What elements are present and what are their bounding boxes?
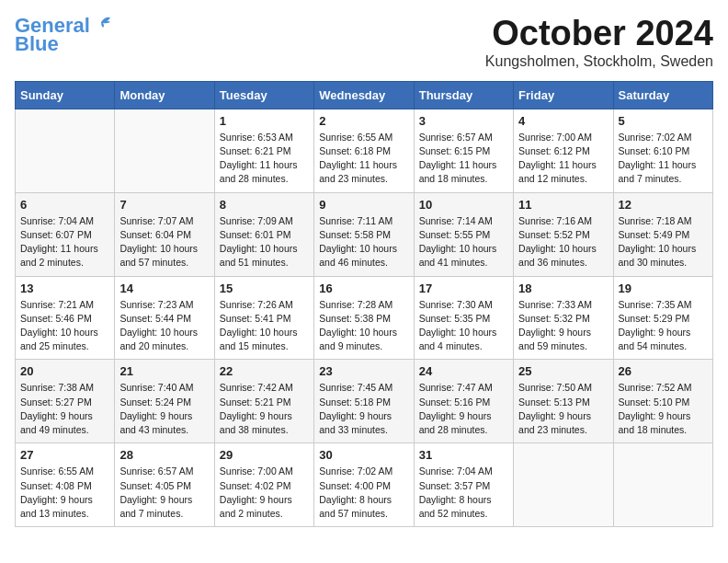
calendar-cell: 29Sunrise: 7:00 AM Sunset: 4:02 PM Dayli… xyxy=(214,443,313,527)
cell-info: Sunrise: 7:35 AM Sunset: 5:29 PM Dayligh… xyxy=(619,298,708,354)
cell-info: Sunrise: 7:23 AM Sunset: 5:44 PM Dayligh… xyxy=(119,298,209,354)
cell-info: Sunrise: 7:14 AM Sunset: 5:55 PM Dayligh… xyxy=(419,214,508,270)
location-subtitle: Kungsholmen, Stockholm, Sweden xyxy=(485,53,713,70)
week-row-3: 13Sunrise: 7:21 AM Sunset: 5:46 PM Dayli… xyxy=(16,276,713,360)
cell-day-number: 29 xyxy=(220,448,309,462)
week-row-1: 1Sunrise: 6:53 AM Sunset: 6:21 PM Daylig… xyxy=(16,109,713,192)
calendar-cell: 28Sunrise: 6:57 AM Sunset: 4:05 PM Dayli… xyxy=(115,443,214,527)
cell-info: Sunrise: 7:40 AM Sunset: 5:24 PM Dayligh… xyxy=(119,381,209,437)
cell-day-number: 26 xyxy=(619,364,708,378)
cell-info: Sunrise: 7:00 AM Sunset: 4:02 PM Dayligh… xyxy=(220,465,309,521)
cell-day-number: 30 xyxy=(319,448,408,462)
calendar-cell: 19Sunrise: 7:35 AM Sunset: 5:29 PM Dayli… xyxy=(613,276,712,360)
cell-info: Sunrise: 7:45 AM Sunset: 5:18 PM Dayligh… xyxy=(319,381,408,437)
calendar-cell: 16Sunrise: 7:28 AM Sunset: 5:38 PM Dayli… xyxy=(314,276,414,360)
calendar-cell: 2Sunrise: 6:55 AM Sunset: 6:18 PM Daylig… xyxy=(314,109,414,192)
logo-blue: Blue xyxy=(15,33,59,55)
cell-info: Sunrise: 7:26 AM Sunset: 5:41 PM Dayligh… xyxy=(220,298,309,354)
page-header: General Blue October 2024 Kungsholmen, S… xyxy=(15,15,713,70)
cell-info: Sunrise: 7:30 AM Sunset: 5:35 PM Dayligh… xyxy=(419,298,508,354)
title-block: October 2024 Kungsholmen, Stockholm, Swe… xyxy=(485,15,713,70)
cell-day-number: 6 xyxy=(20,198,109,212)
cell-info: Sunrise: 7:00 AM Sunset: 6:12 PM Dayligh… xyxy=(518,131,608,187)
calendar-cell xyxy=(16,109,115,192)
cell-info: Sunrise: 7:38 AM Sunset: 5:27 PM Dayligh… xyxy=(20,381,109,437)
calendar-cell: 27Sunrise: 6:55 AM Sunset: 4:08 PM Dayli… xyxy=(16,443,115,527)
cell-day-number: 31 xyxy=(419,448,508,462)
calendar-cell: 10Sunrise: 7:14 AM Sunset: 5:55 PM Dayli… xyxy=(414,192,513,276)
logo: General Blue xyxy=(15,15,112,55)
cell-day-number: 24 xyxy=(419,364,508,378)
cell-info: Sunrise: 6:55 AM Sunset: 4:08 PM Dayligh… xyxy=(20,465,109,521)
calendar-cell: 4Sunrise: 7:00 AM Sunset: 6:12 PM Daylig… xyxy=(514,109,613,192)
cell-info: Sunrise: 7:50 AM Sunset: 5:13 PM Dayligh… xyxy=(518,381,608,437)
day-header-sunday: Sunday xyxy=(16,81,115,109)
calendar-cell: 6Sunrise: 7:04 AM Sunset: 6:07 PM Daylig… xyxy=(16,192,115,276)
cell-day-number: 3 xyxy=(419,114,508,128)
cell-day-number: 13 xyxy=(20,282,109,295)
calendar-cell: 7Sunrise: 7:07 AM Sunset: 6:04 PM Daylig… xyxy=(115,192,214,276)
cell-info: Sunrise: 7:18 AM Sunset: 5:49 PM Dayligh… xyxy=(619,214,708,270)
cell-day-number: 9 xyxy=(319,198,408,212)
calendar-table: SundayMondayTuesdayWednesdayThursdayFrid… xyxy=(15,81,713,527)
cell-day-number: 17 xyxy=(419,282,508,295)
cell-day-number: 21 xyxy=(119,364,209,378)
cell-info: Sunrise: 7:16 AM Sunset: 5:52 PM Dayligh… xyxy=(518,214,608,270)
cell-info: Sunrise: 7:42 AM Sunset: 5:21 PM Dayligh… xyxy=(220,381,309,437)
calendar-cell: 18Sunrise: 7:33 AM Sunset: 5:32 PM Dayli… xyxy=(514,276,613,360)
cell-day-number: 1 xyxy=(220,114,309,128)
calendar-header-row: SundayMondayTuesdayWednesdayThursdayFrid… xyxy=(16,81,713,109)
cell-info: Sunrise: 6:55 AM Sunset: 6:18 PM Dayligh… xyxy=(319,131,408,187)
cell-info: Sunrise: 6:57 AM Sunset: 4:05 PM Dayligh… xyxy=(119,465,209,521)
cell-day-number: 11 xyxy=(518,198,608,212)
cell-info: Sunrise: 7:11 AM Sunset: 5:58 PM Dayligh… xyxy=(319,214,408,270)
cell-day-number: 15 xyxy=(220,282,309,295)
cell-day-number: 23 xyxy=(319,364,408,378)
week-row-5: 27Sunrise: 6:55 AM Sunset: 4:08 PM Dayli… xyxy=(16,443,713,527)
cell-day-number: 7 xyxy=(119,198,209,212)
calendar-cell: 26Sunrise: 7:52 AM Sunset: 5:10 PM Dayli… xyxy=(613,360,712,443)
cell-day-number: 16 xyxy=(319,282,408,295)
cell-day-number: 20 xyxy=(20,364,109,378)
day-header-friday: Friday xyxy=(514,81,613,109)
day-header-wednesday: Wednesday xyxy=(314,81,414,109)
calendar-cell: 23Sunrise: 7:45 AM Sunset: 5:18 PM Dayli… xyxy=(314,360,414,443)
calendar-cell xyxy=(514,443,613,527)
day-header-saturday: Saturday xyxy=(613,81,712,109)
calendar-cell: 24Sunrise: 7:47 AM Sunset: 5:16 PM Dayli… xyxy=(414,360,513,443)
cell-info: Sunrise: 7:02 AM Sunset: 6:10 PM Dayligh… xyxy=(619,131,708,187)
calendar-cell: 21Sunrise: 7:40 AM Sunset: 5:24 PM Dayli… xyxy=(115,360,214,443)
calendar-cell: 14Sunrise: 7:23 AM Sunset: 5:44 PM Dayli… xyxy=(115,276,214,360)
cell-day-number: 8 xyxy=(220,198,309,212)
calendar-cell: 31Sunrise: 7:04 AM Sunset: 3:57 PM Dayli… xyxy=(414,443,513,527)
cell-day-number: 22 xyxy=(220,364,309,378)
calendar-cell xyxy=(613,443,712,527)
cell-info: Sunrise: 7:09 AM Sunset: 6:01 PM Dayligh… xyxy=(220,214,309,270)
bird-icon xyxy=(92,15,112,33)
cell-info: Sunrise: 7:21 AM Sunset: 5:46 PM Dayligh… xyxy=(20,298,109,354)
cell-info: Sunrise: 7:28 AM Sunset: 5:38 PM Dayligh… xyxy=(319,298,408,354)
calendar-cell: 8Sunrise: 7:09 AM Sunset: 6:01 PM Daylig… xyxy=(214,192,313,276)
cell-day-number: 4 xyxy=(518,114,608,128)
cell-day-number: 25 xyxy=(518,364,608,378)
week-row-4: 20Sunrise: 7:38 AM Sunset: 5:27 PM Dayli… xyxy=(16,360,713,443)
cell-info: Sunrise: 7:04 AM Sunset: 6:07 PM Dayligh… xyxy=(20,214,109,270)
calendar-cell: 13Sunrise: 7:21 AM Sunset: 5:46 PM Dayli… xyxy=(16,276,115,360)
calendar-cell: 11Sunrise: 7:16 AM Sunset: 5:52 PM Dayli… xyxy=(514,192,613,276)
cell-info: Sunrise: 7:04 AM Sunset: 3:57 PM Dayligh… xyxy=(419,465,508,521)
cell-info: Sunrise: 7:52 AM Sunset: 5:10 PM Dayligh… xyxy=(619,381,708,437)
calendar-cell: 17Sunrise: 7:30 AM Sunset: 5:35 PM Dayli… xyxy=(414,276,513,360)
cell-info: Sunrise: 6:57 AM Sunset: 6:15 PM Dayligh… xyxy=(419,131,508,187)
cell-day-number: 14 xyxy=(119,282,209,295)
calendar-cell xyxy=(115,109,214,192)
cell-day-number: 10 xyxy=(419,198,508,212)
calendar-cell: 3Sunrise: 6:57 AM Sunset: 6:15 PM Daylig… xyxy=(414,109,513,192)
cell-day-number: 28 xyxy=(119,448,209,462)
cell-info: Sunrise: 7:02 AM Sunset: 4:00 PM Dayligh… xyxy=(319,465,408,521)
day-header-monday: Monday xyxy=(115,81,214,109)
month-title: October 2024 xyxy=(485,15,713,53)
cell-info: Sunrise: 6:53 AM Sunset: 6:21 PM Dayligh… xyxy=(220,131,309,187)
calendar-cell: 22Sunrise: 7:42 AM Sunset: 5:21 PM Dayli… xyxy=(214,360,313,443)
calendar-cell: 1Sunrise: 6:53 AM Sunset: 6:21 PM Daylig… xyxy=(214,109,313,192)
cell-day-number: 2 xyxy=(319,114,408,128)
